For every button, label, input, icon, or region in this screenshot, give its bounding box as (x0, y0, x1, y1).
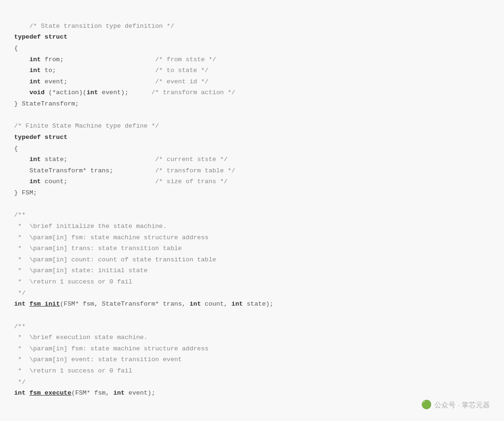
watermark-text: 公众号 · 掌芯元器 (434, 399, 490, 411)
func-decl-exec: int fsm_execute(FSM* fsm, int event); (14, 389, 155, 397)
doc-comment-init-6: * \param[in] state: initial state (14, 267, 148, 274)
brace-open-1: { (14, 45, 18, 52)
func-decl-init: int fsm_init(FSM* fsm, StateTransform* t… (14, 300, 273, 308)
watermark-icon: 🟢 (421, 398, 432, 412)
doc-comment-exec-5: * \return 1 success or 0 fail (14, 367, 132, 374)
watermark: 🟢 公众号 · 掌芯元器 (421, 398, 490, 412)
doc-comment-init-4: * \param[in] trans: state transition tab… (14, 245, 182, 252)
brace-close-2: } FSM; (14, 189, 37, 196)
code-container: /* State transition type definition */ t… (0, 0, 504, 421)
field-count: int count; /* size of trans */ (29, 178, 227, 185)
doc-comment-exec-2: * \brief execution state machine. (14, 334, 148, 341)
doc-comment-init-3: * \param[in] fsm: state machine structur… (14, 234, 208, 241)
doc-comment-exec-1: /** (14, 323, 25, 330)
doc-comment-exec-3: * \param[in] fsm: state machine structur… (14, 345, 208, 352)
kw-typedef-1: typedef struct (14, 33, 67, 40)
brace-open-2: { (14, 145, 18, 152)
doc-comment-init-8: */ (14, 290, 25, 297)
doc-comment-exec-6: */ (14, 379, 25, 386)
comment-1: /* State transition type definition */ (29, 23, 174, 30)
field-to: int to; /* to state */ (29, 67, 208, 74)
field-action: void (*action)(int event); /* transform … (29, 89, 235, 96)
field-from: int from; /* from stste */ (29, 56, 216, 63)
comment-2: /* Finite State Machine type define */ (14, 122, 159, 130)
kw-typedef-2: typedef struct (14, 134, 67, 141)
doc-comment-init-2: * \brief initialize the state machine. (14, 223, 167, 230)
doc-comment-init-1: /** (14, 211, 25, 219)
doc-comment-init-7: * \return 1 success or 0 fail (14, 278, 132, 285)
field-state: int state; /* current stste */ (29, 156, 227, 163)
doc-comment-init-5: * \param[in] count: count of state trans… (14, 256, 216, 263)
code-block: /* State transition type definition */ t… (14, 9, 490, 410)
field-trans: StateTransform* trans; /* transform tabl… (29, 167, 235, 174)
field-event: int event; /* event id */ (29, 78, 208, 85)
brace-close-1: } StateTransform; (14, 100, 79, 107)
doc-comment-exec-4: * \param[in] event: state transition eve… (14, 356, 182, 363)
